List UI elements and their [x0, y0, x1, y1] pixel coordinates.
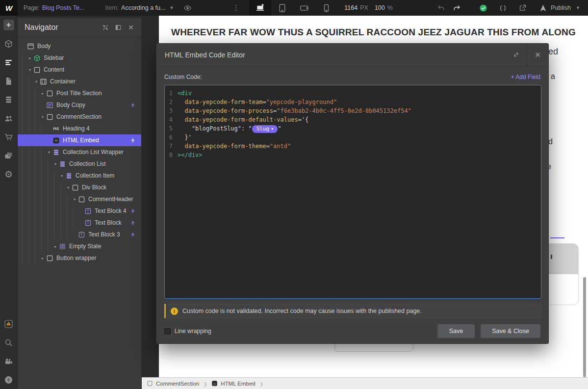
users-button[interactable]: [0, 109, 18, 128]
expander-open-icon[interactable]: ▾: [52, 162, 58, 166]
code-line[interactable]: 7 data-yepcode-form-theme="antd": [165, 142, 541, 151]
line-number: 7: [165, 142, 178, 151]
navigator-item-post-title-section[interactable]: ▸Post Title Section: [18, 87, 141, 99]
breadcrumb-item-html-embed[interactable]: ‹›HTML Embed: [207, 378, 259, 389]
breakpoint-desktop-button[interactable]: [249, 0, 271, 16]
code-line[interactable]: 3 data-yepcode-form-process="f6e3bab2-4b…: [165, 106, 541, 115]
canvas-scrollbar[interactable]: [583, 277, 586, 377]
line-wrapping-checkbox[interactable]: [164, 328, 171, 335]
expander-closed-icon[interactable]: ▸: [52, 244, 58, 249]
help-button[interactable]: ?: [0, 370, 18, 389]
expander-closed-icon[interactable]: ▸: [40, 256, 46, 260]
webflow-logo[interactable]: W: [0, 0, 18, 16]
audit-panel-button[interactable]: [0, 314, 18, 333]
collection-icon: [58, 160, 66, 168]
navigator-item-button-wrapper[interactable]: ▸Button wrapper: [18, 252, 141, 264]
expander-open-icon[interactable]: ▾: [65, 185, 71, 190]
navigator-item-label: Collection List Wrapper: [63, 149, 124, 156]
cms-button[interactable]: [0, 90, 18, 109]
navigator-item-commentheader[interactable]: ▾CommentHeader: [18, 193, 141, 205]
expander-open-icon[interactable]: ▾: [27, 68, 33, 72]
canvas-width-value[interactable]: 1164: [344, 4, 358, 11]
ecommerce-button[interactable]: [0, 128, 18, 146]
item-selector[interactable]: Item: According a fu... ▼: [99, 0, 179, 16]
pages-button[interactable]: [0, 72, 18, 90]
code-line[interactable]: 6 }': [165, 133, 541, 142]
navigator-item-collection-item[interactable]: ▾Collection Item: [18, 170, 141, 182]
phone-landscape-icon: [299, 3, 309, 13]
settings-button[interactable]: ⚙: [0, 165, 18, 183]
navigator-item-sidebar[interactable]: ▸Sidebar: [18, 52, 141, 64]
code-editor[interactable]: 1<div2 data-yepcode-form-team="yepcode-p…: [164, 85, 541, 299]
preview-eye-button[interactable]: [179, 0, 195, 16]
navigator-item-text-block-3[interactable]: TText Block 3: [18, 229, 141, 240]
save-close-button[interactable]: Save & Close: [481, 324, 540, 338]
code-line[interactable]: 2 data-yepcode-form-team="yepcode-playgr…: [165, 98, 541, 106]
breadcrumb-item-commentsection[interactable]: CommentSection: [143, 378, 203, 389]
zoom-value[interactable]: 100: [375, 4, 385, 11]
expander-open-icon[interactable]: ▾: [46, 150, 52, 155]
canvas-size-readout: 1164 PX 100 %: [337, 4, 400, 11]
embed-icon: ‹›: [211, 380, 218, 387]
assets-button[interactable]: [0, 146, 18, 165]
code-line[interactable]: 8></div>: [165, 151, 541, 159]
video-tutorials-button[interactable]: [0, 352, 18, 370]
breakpoint-phone-portrait-button[interactable]: [315, 0, 337, 16]
saved-check-icon: [479, 4, 487, 12]
kebab-menu-icon[interactable]: ⋮: [230, 3, 242, 12]
navigator-item-body[interactable]: Body: [18, 40, 141, 52]
navigator-item-html-embed[interactable]: ‹›HTML Embed: [18, 134, 141, 146]
line-number: 4: [165, 115, 178, 124]
code-line[interactable]: 1<div: [165, 89, 541, 98]
redo-button[interactable]: [449, 0, 464, 16]
expander-open-icon[interactable]: ▾: [59, 174, 65, 178]
custom-code-button[interactable]: [495, 0, 511, 16]
expander-open-icon[interactable]: ▾: [72, 197, 77, 202]
binding-icon: [129, 102, 136, 108]
breadcrumb: CommentSection›‹›HTML Embed›: [142, 377, 588, 389]
navigator-item-body-copy[interactable]: Body Copy: [18, 99, 141, 111]
breakpoint-tablet-button[interactable]: [271, 0, 293, 16]
expander-open-icon[interactable]: ▾: [40, 115, 46, 119]
add-field-link[interactable]: + Add Field: [511, 74, 540, 80]
cms-field-pill-slug[interactable]: Slug▼: [252, 125, 278, 133]
add-elements-button[interactable]: +: [0, 16, 18, 34]
top-bar: W Page: Blog Posts Te... Item: According…: [0, 0, 588, 16]
search-button[interactable]: [0, 333, 18, 352]
export-button[interactable]: [514, 0, 530, 16]
expander-closed-icon[interactable]: ▸: [40, 91, 46, 96]
expand-modal-button[interactable]: [505, 44, 527, 66]
saved-status-button[interactable]: [475, 0, 491, 16]
expander-closed-icon[interactable]: ▸: [27, 56, 33, 60]
page-selector[interactable]: Page: Blog Posts Te...: [18, 0, 90, 16]
navigator-item-label: Heading 4: [63, 125, 90, 132]
expander-open-icon[interactable]: ▾: [33, 79, 39, 84]
close-modal-button[interactable]: ✕: [527, 44, 548, 66]
save-button[interactable]: Save: [437, 324, 475, 338]
navigator-item-collection-list-wrapper[interactable]: ▾Collection List Wrapper: [18, 146, 141, 158]
dock-panel-button[interactable]: [112, 21, 125, 34]
undo-button[interactable]: [433, 0, 449, 16]
code-line[interactable]: 5 "blogPostSlug": "Slug▼": [165, 124, 541, 133]
navigator-item-container[interactable]: ▾Container: [18, 76, 141, 87]
close-panel-button[interactable]: ✕: [125, 21, 137, 34]
publish-button[interactable]: Publish ▼: [534, 4, 588, 12]
navigator-item-empty-state[interactable]: ▸Empty State: [18, 240, 141, 252]
navigator-item-div-block[interactable]: ▾Div Block: [18, 182, 141, 193]
collection-empty-icon: [58, 242, 66, 250]
undo-icon: [437, 4, 445, 12]
navigator-item-collection-list[interactable]: ▾Collection List: [18, 158, 141, 170]
navigator-item-text-block-4[interactable]: TText Block 4: [18, 205, 141, 217]
navigator-item-content[interactable]: ▾Content: [18, 64, 141, 76]
collapse-all-button[interactable]: [99, 21, 112, 34]
navigator-item-commentsection[interactable]: ▾CommentSection: [18, 111, 141, 123]
components-button[interactable]: [0, 34, 18, 53]
navigator-item-label: Post Title Section: [56, 90, 102, 97]
code-line[interactable]: 4 data-yepcode-form-default-values='{: [165, 115, 541, 124]
heading-icon: H4: [52, 125, 60, 132]
navigator-item-heading-4[interactable]: H4Heading 4: [18, 123, 141, 134]
breakpoint-phone-landscape-button[interactable]: [293, 0, 315, 16]
navigator-button[interactable]: [0, 53, 18, 72]
navigator-item-text-block[interactable]: TText Block: [18, 217, 141, 229]
div-icon: [77, 195, 85, 203]
